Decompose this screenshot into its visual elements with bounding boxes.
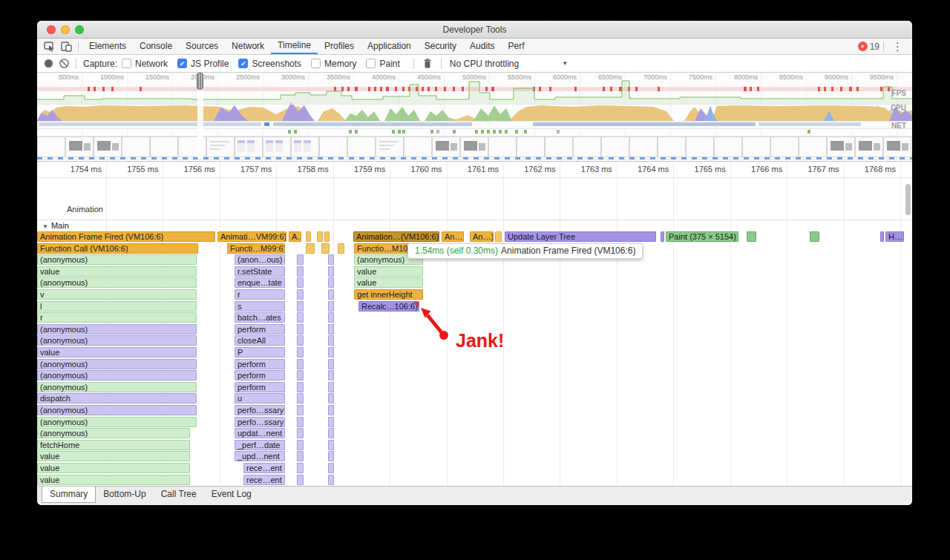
flame-bar[interactable]: perform <box>235 382 285 392</box>
flame-bar[interactable]: closeAll <box>235 335 285 346</box>
record-button[interactable] <box>45 59 53 67</box>
flame-bar[interactable]: H… <box>885 231 904 242</box>
screenshot-frame[interactable] <box>629 136 658 157</box>
flame-bar[interactable] <box>661 231 664 242</box>
flame-bar[interactable]: Update Layer Tree <box>505 231 656 242</box>
flame-bar[interactable] <box>328 428 334 438</box>
flame-time-ruler[interactable]: 1754 ms1755 ms1756 ms1757 ms1758 ms1759 … <box>37 162 912 178</box>
flame-bar[interactable]: l <box>37 301 197 312</box>
minimize-window-icon[interactable] <box>61 25 70 34</box>
flame-bar[interactable]: Animation…(VM106:6) <box>353 231 439 242</box>
tab-elements[interactable]: Elements <box>82 39 133 54</box>
flame-bar[interactable] <box>306 243 315 254</box>
flame-bar[interactable]: (anonymous) <box>37 277 197 288</box>
console-error-badge[interactable]: × 19 <box>858 42 879 52</box>
flame-bar[interactable] <box>328 451 334 461</box>
flame-bar[interactable] <box>297 289 304 300</box>
screenshot-frame[interactable] <box>291 136 319 157</box>
flame-bar[interactable]: batch…ates <box>235 312 285 323</box>
flame-bar[interactable]: (anonymous) <box>37 417 197 427</box>
flame-bar[interactable] <box>297 440 304 450</box>
flame-bar[interactable] <box>328 335 334 346</box>
flame-bar[interactable] <box>297 370 304 381</box>
bottom-tab-bottom-up[interactable]: Bottom-Up <box>96 487 153 502</box>
flame-bar[interactable] <box>328 405 334 415</box>
screenshot-frame[interactable] <box>742 136 770 157</box>
flame-bar[interactable]: (anonymous) <box>37 335 197 346</box>
flame-bar[interactable]: An…) <box>470 231 494 242</box>
clear-recording-icon[interactable] <box>57 59 71 69</box>
screenshot-frame[interactable] <box>263 136 291 157</box>
flame-bar[interactable] <box>328 324 334 335</box>
screenshot-frame[interactable] <box>827 136 855 157</box>
flame-bar[interactable]: perfo…ssary <box>235 417 285 427</box>
tab-application[interactable]: Application <box>361 39 418 54</box>
flame-bar[interactable]: value <box>37 451 190 461</box>
flame-bar[interactable]: Function Call (VM106:6) <box>37 243 198 254</box>
flame-bar[interactable]: Recalc…106:6) <box>358 301 419 312</box>
flame-bar[interactable] <box>297 382 304 392</box>
cpu-throttling-select[interactable]: No CPU throttling ▼ <box>450 59 568 69</box>
flame-bar[interactable]: rece…ent <box>243 463 285 473</box>
screenshot-frame[interactable] <box>404 136 432 157</box>
screenshot-frame[interactable] <box>714 136 742 157</box>
flame-bar[interactable] <box>297 335 304 346</box>
bottom-tab-summary[interactable]: Summary <box>42 487 96 503</box>
flame-bar[interactable]: (anonymous) <box>37 382 197 392</box>
titlebar[interactable]: Developer Tools <box>37 21 912 39</box>
flame-bar[interactable] <box>297 254 304 265</box>
screenshot-frame[interactable] <box>517 136 545 157</box>
screenshot-frame[interactable] <box>686 136 714 157</box>
flame-bar[interactable]: value <box>37 463 190 473</box>
flame-bar[interactable]: (anonymous) <box>37 405 197 415</box>
flame-bar[interactable] <box>747 231 756 242</box>
flame-bar[interactable] <box>324 231 330 242</box>
screenshot-frame[interactable] <box>770 136 799 157</box>
flame-bar[interactable]: A… <box>289 231 301 242</box>
screenshot-frame[interactable] <box>37 136 65 157</box>
flame-bar[interactable]: value <box>37 347 197 358</box>
flame-bar[interactable] <box>328 370 334 381</box>
flame-bar[interactable]: updat…nent <box>235 428 285 438</box>
flame-bar[interactable]: r <box>235 289 285 300</box>
flame-bar[interactable]: v <box>37 289 197 300</box>
flame-bar[interactable] <box>328 266 334 277</box>
screenshot-frame[interactable] <box>883 136 911 157</box>
screenshot-frame[interactable] <box>799 136 827 157</box>
flame-bar[interactable]: Animation Frame Fired (VM106:6) <box>37 231 215 242</box>
flame-bar[interactable]: r.setState <box>235 266 285 277</box>
flame-bar[interactable]: rece…ent <box>243 475 285 485</box>
flame-bar[interactable]: Functi…M99:6) <box>227 243 285 254</box>
flame-bar[interactable] <box>297 451 304 461</box>
flame-bar[interactable]: enque…tate <box>235 277 285 288</box>
flame-bar[interactable]: r <box>37 312 197 323</box>
flame-bar[interactable] <box>328 312 334 323</box>
flame-bar[interactable]: (anonymous) <box>37 428 190 438</box>
flame-bar[interactable] <box>297 475 304 485</box>
flame-bar[interactable] <box>297 417 304 427</box>
inspect-element-icon[interactable] <box>42 40 58 53</box>
flame-bar[interactable]: perform <box>235 324 285 335</box>
screenshot-frame[interactable] <box>601 136 629 157</box>
tab-console[interactable]: Console <box>133 39 179 54</box>
screenshot-frame[interactable] <box>235 136 263 157</box>
flame-bar[interactable]: u <box>235 393 285 403</box>
flame-bar[interactable] <box>297 359 304 369</box>
screenshot-frame[interactable] <box>94 136 122 157</box>
flame-bar[interactable]: value <box>354 266 423 277</box>
checkbox-memory[interactable]: Memory <box>311 59 356 69</box>
flame-bar[interactable] <box>328 417 334 427</box>
zoom-window-icon[interactable] <box>75 25 84 34</box>
flame-bar[interactable]: An…) <box>442 231 464 242</box>
main-section-header[interactable]: ▼Main <box>37 220 912 231</box>
flame-bar[interactable] <box>306 231 311 242</box>
flame-bar[interactable]: fetchHome <box>37 440 190 450</box>
screenshot-frame[interactable] <box>432 136 460 157</box>
tab-profiles[interactable]: Profiles <box>318 39 361 54</box>
screenshot-frame[interactable] <box>122 136 150 157</box>
tab-sources[interactable]: Sources <box>179 39 225 54</box>
flame-bar[interactable]: (anonymous) <box>37 370 197 381</box>
flame-bar[interactable] <box>328 359 334 369</box>
flame-bar[interactable]: get innerHeight <box>354 289 423 300</box>
tab-network[interactable]: Network <box>225 39 271 54</box>
